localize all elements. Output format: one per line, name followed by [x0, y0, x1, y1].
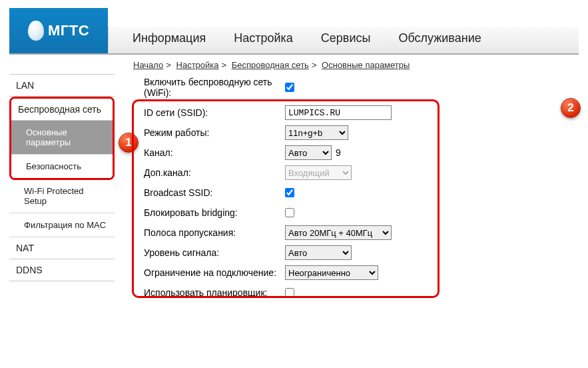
callout-badge-2: 2 — [561, 98, 581, 118]
sidebar-item-ddns[interactable]: DDNS — [9, 259, 115, 281]
crumb-basic[interactable]: Основные параметры — [322, 60, 410, 70]
nav-maintenance[interactable]: Обслуживание — [398, 31, 481, 48]
nav-info[interactable]: Информация — [133, 31, 206, 48]
brand-logo: МГТС — [9, 8, 108, 53]
checkbox-enable-wifi[interactable] — [285, 83, 294, 92]
row-channel: Канал: Авто 9 — [132, 143, 579, 162]
sidebar-sub-basic[interactable]: Основные параметры — [11, 121, 113, 155]
select-subchannel: Входящий — [285, 165, 352, 180]
label-mode: Режим работы: — [132, 127, 285, 138]
checkbox-broadcast[interactable] — [285, 188, 294, 197]
select-signal[interactable]: Авто — [285, 245, 352, 260]
row-mode: Режим работы: 11n+g+b — [132, 123, 579, 142]
row-bandwidth: Полоса пропускания: Авто 20МГц + 40МГц — [132, 223, 579, 242]
sidebar-item-wireless[interactable]: Беспроводная сеть — [11, 99, 113, 121]
label-scheduler: Использовать планировщик: — [132, 287, 285, 298]
highlight-wireless-group: Беспроводная сеть Основные параметры Без… — [9, 97, 115, 180]
label-block-bridging: Блокировать bridging: — [132, 207, 285, 218]
sidebar-item-nat[interactable]: NAT — [9, 237, 115, 259]
row-block-bridging: Блокировать bridging: — [132, 203, 579, 222]
egg-icon — [28, 21, 44, 41]
select-channel[interactable]: Авто — [285, 145, 332, 160]
input-ssid[interactable] — [285, 105, 392, 120]
label-subchannel: Доп.канал: — [132, 167, 285, 178]
label-channel: Канал: — [132, 147, 285, 158]
breadcrumb: Начало> Настройка> Беспроводная сеть> Ос… — [12, 60, 579, 70]
row-scheduler: Использовать планировщик: — [132, 283, 579, 302]
sidebar: LAN Беспроводная сеть Основные параметры… — [9, 74, 115, 281]
crumb-settings[interactable]: Настройка — [176, 60, 219, 70]
label-bandwidth: Полоса пропускания: — [132, 227, 285, 238]
checkbox-block-bridging[interactable] — [285, 208, 294, 217]
nav-settings[interactable]: Настройка — [234, 31, 293, 48]
row-enable-wifi: Включить беспроводную сеть (WiFi): — [132, 77, 579, 98]
row-broadcast: Broadcast SSID: — [132, 183, 579, 202]
text-channel-num: 9 — [336, 147, 341, 158]
row-ssid: ID сети (SSID): — [132, 103, 579, 122]
brand-text: МГТС — [48, 22, 89, 39]
row-limit: Ограничение на подключение: Неограниченн… — [132, 263, 579, 282]
label-enable-wifi: Включить беспроводную сеть (WiFi): — [132, 77, 285, 98]
row-signal: Уровень сигнала: Авто — [132, 243, 579, 262]
sidebar-sub-macfilter[interactable]: Фильтрация по MAC — [9, 213, 115, 237]
select-mode[interactable]: 11n+g+b — [285, 125, 348, 140]
label-limit: Ограничение на подключение: — [132, 267, 285, 278]
sidebar-sub-wps[interactable]: Wi-Fi Protected Setup — [9, 179, 115, 213]
label-ssid: ID сети (SSID): — [132, 107, 285, 118]
crumb-wireless[interactable]: Беспроводная сеть — [232, 60, 309, 70]
select-limit[interactable]: Неограниченно — [285, 265, 378, 280]
checkbox-scheduler[interactable] — [285, 288, 294, 297]
row-subchannel: Доп.канал: Входящий — [132, 163, 579, 182]
select-bandwidth[interactable]: Авто 20МГц + 40МГц — [285, 225, 392, 240]
nav-services[interactable]: Сервисы — [321, 31, 371, 48]
label-signal: Уровень сигнала: — [132, 247, 285, 258]
main-panel: Включить беспроводную сеть (WiFi): 2 ID … — [132, 74, 579, 303]
label-broadcast: Broadcast SSID: — [132, 187, 285, 198]
sidebar-item-lan[interactable]: LAN — [9, 74, 115, 97]
crumb-home[interactable]: Начало — [133, 60, 163, 70]
sidebar-sub-security[interactable]: Безопасность — [11, 155, 113, 178]
header: МГТС Информация Настройка Сервисы Обслуж… — [9, 8, 579, 55]
top-nav: Информация Настройка Сервисы Обслуживани… — [108, 27, 579, 53]
